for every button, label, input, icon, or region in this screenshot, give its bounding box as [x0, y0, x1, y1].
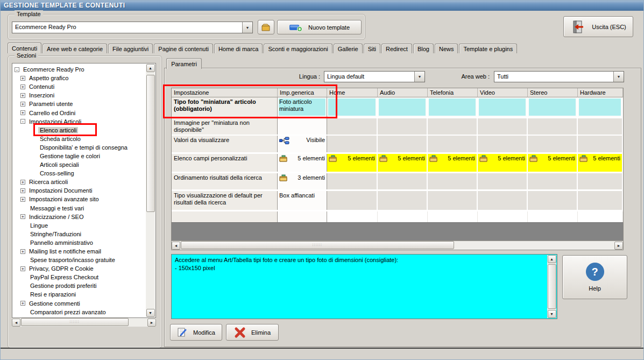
table-row-ordinamento[interactable]: Ordinamento risultati della ricerca 3 el…	[172, 173, 623, 191]
tree-item[interactable]: Pannello amministrativo	[12, 238, 146, 247]
tree-item[interactable]: PayPal Express Checkout	[12, 273, 146, 281]
tree-item-root[interactable]: -Ecommerce Ready Pro	[12, 65, 146, 74]
row-cell[interactable]	[327, 136, 378, 152]
row-cell[interactable]	[528, 118, 578, 135]
tree-item[interactable]: Spese trasporto/incasso gratuite	[12, 256, 146, 264]
scroll-down-icon[interactable]	[146, 309, 155, 317]
tab-blog[interactable]: Blog	[413, 44, 434, 53]
tab-file-aggiuntivi[interactable]: File aggiuntivi	[108, 44, 153, 53]
tree-item[interactable]: +Ricerca articoli	[12, 178, 146, 186]
scroll-right-icon[interactable]	[147, 319, 156, 327]
tree-item[interactable]: Gestione prodotti preferiti	[12, 281, 146, 290]
tab-sconti-e-maggiorazioni[interactable]: Sconti e maggiorazioni	[264, 44, 332, 53]
expand-icon[interactable]: +	[20, 180, 25, 185]
expand-icon[interactable]: +	[20, 266, 25, 271]
tab-contenuti[interactable]: Contenuti	[8, 43, 41, 53]
tree-item[interactable]: Articoli speciali	[12, 160, 146, 169]
scroll-right-icon[interactable]	[614, 242, 623, 250]
lingua-combobox[interactable]: Lingua default	[324, 71, 425, 82]
row-cell-home[interactable]: 5 elementi	[327, 154, 378, 172]
tree-item[interactable]: Stringhe/Traduzioni	[12, 230, 146, 238]
row-cell[interactable]	[528, 191, 578, 210]
info-vertical-scrollbar[interactable]	[547, 255, 556, 318]
expand-icon[interactable]: +	[20, 84, 25, 89]
tree-item[interactable]: +Privacy, GDPR e Cookie	[12, 264, 146, 273]
scroll-up-icon[interactable]	[548, 255, 556, 263]
row-cell[interactable]	[378, 136, 428, 152]
exit-button[interactable]: Uscita (ESC)	[563, 16, 633, 37]
tree-horizontal-scrollbar[interactable]	[12, 318, 156, 327]
scroll-track[interactable]	[548, 263, 556, 310]
tree-item[interactable]: +Parametri utente	[12, 100, 146, 108]
tab-news[interactable]: News	[435, 44, 458, 53]
tree-item[interactable]: +Gestione commenti	[12, 299, 146, 308]
tree-item[interactable]: Resi e riparazioni	[12, 290, 146, 299]
column-header[interactable]: Stereo	[528, 88, 578, 97]
row-cell[interactable]	[428, 173, 478, 189]
tree-item[interactable]: Comparatori prezzi avanzato	[12, 308, 146, 316]
row-cell-hardware[interactable]: 5 elementi	[578, 154, 623, 172]
tree-item[interactable]: +Aspetto grafico	[12, 74, 146, 82]
tab-gallerie[interactable]: Gallerie	[334, 44, 363, 53]
chevron-down-icon[interactable]	[613, 72, 624, 82]
tree-item[interactable]: +Impostazioni avanzate sito	[12, 195, 146, 203]
row-cell[interactable]	[528, 97, 578, 117]
column-header[interactable]: Video	[478, 88, 528, 97]
tree-vertical-scrollbar[interactable]	[146, 64, 155, 317]
row-generic-value[interactable]: 5 elementi	[278, 154, 327, 172]
tree-item[interactable]: Cross-selling	[12, 169, 146, 178]
chevron-down-icon[interactable]	[242, 22, 252, 33]
row-cell[interactable]	[528, 136, 578, 152]
table-row-valori-da-visualizzare[interactable]: Valori da visualizzare Visibile	[172, 136, 623, 154]
row-cell[interactable]	[378, 191, 428, 210]
collapse-icon[interactable]: -	[20, 119, 25, 124]
chevron-down-icon[interactable]	[414, 72, 424, 82]
tree-item[interactable]: Gestione taglie e colori	[12, 152, 146, 160]
row-cell[interactable]	[528, 173, 578, 189]
column-header[interactable]: Telefonia	[428, 88, 478, 97]
row-cell-stereo[interactable]: 5 elementi	[528, 154, 578, 172]
row-cell[interactable]	[327, 191, 378, 210]
tree-item[interactable]: +Indicizzazione / SEO	[12, 213, 146, 221]
row-cell[interactable]	[428, 97, 478, 117]
table-row-immagine-miniatura[interactable]: Immagine per "miniatura non disponibile"	[172, 118, 623, 136]
scroll-track[interactable]	[146, 72, 155, 309]
row-cell-audio[interactable]: 5 elementi	[378, 154, 428, 172]
row-cell[interactable]	[578, 136, 623, 152]
expand-icon[interactable]: +	[20, 93, 25, 98]
help-button[interactable]: ? Help	[562, 255, 627, 299]
row-cell[interactable]	[378, 118, 428, 135]
areaweb-combobox[interactable]: Tutti	[494, 71, 624, 82]
expand-icon[interactable]: +	[20, 110, 25, 115]
scroll-left-icon[interactable]	[12, 319, 20, 327]
tab-template-e-plugins[interactable]: Template e plugins	[459, 44, 517, 53]
modifica-button[interactable]: Modifica	[170, 324, 222, 341]
tab-aree-web-e-categorie[interactable]: Aree web e categorie	[43, 44, 107, 53]
row-generic-value[interactable]: Visibile	[278, 136, 327, 152]
expand-icon[interactable]: +	[20, 102, 25, 107]
row-cell[interactable]	[378, 173, 428, 189]
tree-item[interactable]: +Carrello ed Ordini	[12, 108, 146, 117]
tree-item[interactable]: Messaggi e testi vari	[12, 204, 146, 213]
tree-item[interactable]: +Inserzioni	[12, 91, 146, 100]
expand-icon[interactable]: +	[20, 197, 25, 202]
scroll-thumb[interactable]	[181, 241, 454, 249]
window-titlebar[interactable]: GESTIONE TEMPLATE E CONTENUTI	[0, 0, 644, 11]
table-row-elenco-campi[interactable]: Elenco campi personalizzati 5 elementi 5…	[172, 154, 623, 173]
elimina-button[interactable]: Elimina	[226, 324, 279, 341]
row-generic-value[interactable]: 3 elementi	[278, 173, 327, 189]
row-cell[interactable]	[578, 173, 623, 189]
expand-icon[interactable]: +	[20, 214, 25, 219]
row-cell[interactable]	[428, 191, 478, 210]
tab-pagine-di-contenuti[interactable]: Pagine di contenuti	[154, 44, 213, 53]
row-generic-value[interactable]	[278, 118, 327, 135]
scroll-track[interactable]	[20, 318, 147, 327]
sections-tree[interactable]: -Ecommerce Ready Pro +Aspetto grafico +C…	[12, 63, 156, 318]
row-cell[interactable]	[478, 173, 528, 189]
tree-item[interactable]: +Impostazioni Documenti	[12, 186, 146, 195]
template-combobox[interactable]: Ecommerce Ready Pro	[12, 22, 253, 33]
tree-item[interactable]: +Mailing list e notifiche email	[12, 247, 146, 256]
scroll-thumb[interactable]	[548, 264, 556, 309]
scroll-down-icon[interactable]	[548, 310, 556, 318]
expand-icon[interactable]: +	[20, 188, 25, 193]
